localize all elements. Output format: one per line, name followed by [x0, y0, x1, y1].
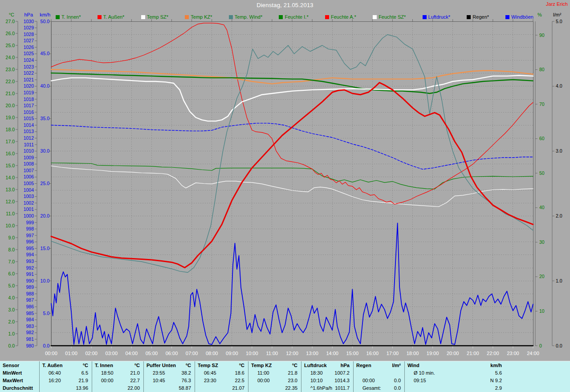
y-tick-label-pct: 40 — [539, 205, 545, 210]
y-tick-label-hpa: 1015 — [24, 116, 34, 121]
y-tick-label-c: 15.0 — [6, 163, 15, 168]
y-tick-label-hpa: 989 — [26, 284, 34, 290]
min-time: 23:55 — [147, 369, 165, 377]
y-tick-label-hpa: 988 — [26, 291, 34, 296]
x-tick-label: 20:00 — [447, 351, 459, 356]
x-tick-label: 13:00 — [306, 351, 318, 356]
col-header: Puffer Unten — [147, 362, 176, 369]
table-col-regen: Regenl/m²00:000.0Gesamt:0.0 — [353, 361, 404, 392]
col-unit: °C — [292, 362, 297, 369]
row-label: MinWert — [3, 369, 22, 377]
max-value: N 9.2 — [490, 377, 502, 384]
y-tick-label-hpa: 999 — [26, 220, 34, 225]
weather-app-window: Dienstag, 21.05.2013 Jarz Erich °C hPa k… — [0, 0, 570, 392]
min-value: 21.8 — [288, 369, 297, 377]
y-tick-label-c: 13.0 — [6, 187, 15, 192]
y-tick-label-hpa: 1017 — [24, 103, 34, 108]
max-time: 10:10 — [304, 377, 323, 384]
y-tick-label-hpa: 1010 — [24, 148, 34, 154]
y-tick-label-c: 10.0 — [6, 223, 15, 228]
row-label: Durchschnitt — [3, 384, 33, 392]
table-col-temp-sz: Temp SZ°C06:4518.623:3022.521.07 — [195, 361, 248, 392]
y-tick-label-hpa: 1016 — [24, 109, 34, 115]
row-label: MaxWert — [3, 377, 23, 384]
col-unit: °C — [83, 362, 88, 369]
y-tick-label-hpa: 1006 — [24, 174, 34, 179]
x-tick-label: 11:00 — [266, 351, 278, 356]
min-value: 5.6 — [495, 369, 502, 377]
y-tick-label-hpa: 985 — [26, 311, 34, 316]
x-tick-label: 18:00 — [407, 351, 419, 356]
max-value: 23.0 — [288, 377, 297, 384]
y-tick-label-c: 20.0 — [6, 103, 15, 108]
table-col-wind: Windkm/hØ 10 min.5.609:15N 9.22.9 — [404, 361, 505, 392]
x-tick-label: 05:00 — [146, 351, 158, 356]
col-unit: °C — [239, 362, 244, 369]
x-tick-label: 00:00 — [45, 351, 57, 356]
y-tick-label-c: 26.0 — [6, 31, 15, 36]
y-tick-label-c: 21.0 — [6, 91, 15, 96]
max-time: 10:45 — [147, 377, 165, 384]
y-tick-label-pct: 70 — [539, 101, 545, 107]
y-tick-label-hpa: 1028 — [24, 32, 34, 37]
col-unit: km/h — [490, 362, 502, 369]
x-tick-label: 17:00 — [387, 351, 399, 356]
y-tick-label-hpa: 998 — [26, 226, 34, 231]
y-tick-label-hpa: 981 — [26, 336, 34, 342]
y-tick-label-pct: 80 — [539, 67, 545, 72]
col-header: Luftdruck — [304, 362, 327, 369]
y-tick-label-lm: 4.0 — [556, 83, 562, 89]
y-tick-label-hpa: 1021 — [24, 77, 34, 82]
y-tick-label-kmh: 45.0 — [41, 51, 50, 56]
max-value: 22.5 — [235, 377, 244, 384]
x-tick-label: 14:00 — [326, 351, 338, 356]
y-tick-label-c: 24.0 — [6, 55, 15, 60]
y-tick-label-hpa: 1014 — [24, 122, 34, 128]
y-tick-label-hpa: 1022 — [24, 70, 34, 76]
max-value: 0.0 — [394, 377, 401, 384]
max-value: 1014.3 — [334, 377, 350, 384]
y-tick-label-hpa: 997 — [26, 233, 34, 238]
y-tick-label-c: 9.0 — [8, 235, 15, 240]
y-tick-label-hpa: 991 — [26, 271, 34, 277]
y-tick-label-c: 25.0 — [6, 43, 15, 48]
y-tick-label-hpa: 1012 — [24, 135, 34, 141]
table-col-puffer-unten: Puffer Unten°C23:5538.210:4576.358.87 — [143, 361, 195, 392]
y-tick-label-hpa: 992 — [26, 265, 34, 271]
row-label: Sensor — [3, 362, 19, 369]
avg-label: ^1.6hPa/h — [304, 384, 332, 392]
y-tick-label-pct: 50 — [539, 170, 545, 176]
y-tick-label-pct: 60 — [539, 136, 545, 141]
col-header: Regen — [356, 362, 371, 369]
x-tick-label: 03:00 — [106, 351, 118, 356]
y-tick-label-hpa: 1001 — [24, 206, 34, 212]
x-tick-label: 15:00 — [346, 351, 359, 356]
min-time: Ø 10 min. — [407, 369, 435, 377]
y-tick-label-lm: 5.0 — [556, 19, 562, 24]
table-col-t-au-en: T. Außen°C06:406.516:2021.913.96 — [39, 361, 92, 392]
y-tick-label-hpa: 990 — [26, 278, 34, 283]
y-tick-label-kmh: 30.0 — [41, 148, 50, 154]
y-tick-label-hpa: 1018 — [24, 97, 34, 102]
min-time: 18:50 — [95, 369, 114, 377]
max-time: 00:00 — [95, 377, 114, 384]
min-time: 06:45 — [198, 369, 216, 377]
y-tick-label-hpa: 1019 — [24, 90, 34, 95]
table-col-temp-kz: Temp KZ°C11:0021.800:0023.022.35 — [248, 361, 301, 392]
series-temp-kz — [51, 69, 533, 84]
y-tick-label-hpa: 1020 — [24, 83, 34, 89]
min-time: 18:30 — [304, 369, 323, 377]
x-tick-label: 07:00 — [186, 351, 198, 356]
y-tick-label-kmh: 40.0 — [41, 83, 50, 89]
y-tick-label-c: 5.0 — [8, 283, 15, 288]
x-tick-label: 22:00 — [487, 351, 499, 356]
x-tick-label: 09:00 — [226, 351, 238, 356]
y-tick-label-c: 16.0 — [6, 151, 15, 156]
y-tick-label-kmh: 35.0 — [41, 116, 50, 121]
table-empty-area — [505, 361, 570, 392]
y-tick-label-c: 22.0 — [6, 79, 15, 84]
y-tick-label-hpa: 1024 — [24, 57, 34, 63]
y-tick-label-lm: 1.0 — [556, 278, 562, 283]
col-header: Temp KZ — [251, 362, 272, 369]
y-tick-label-lm: 0.0 — [556, 343, 562, 348]
